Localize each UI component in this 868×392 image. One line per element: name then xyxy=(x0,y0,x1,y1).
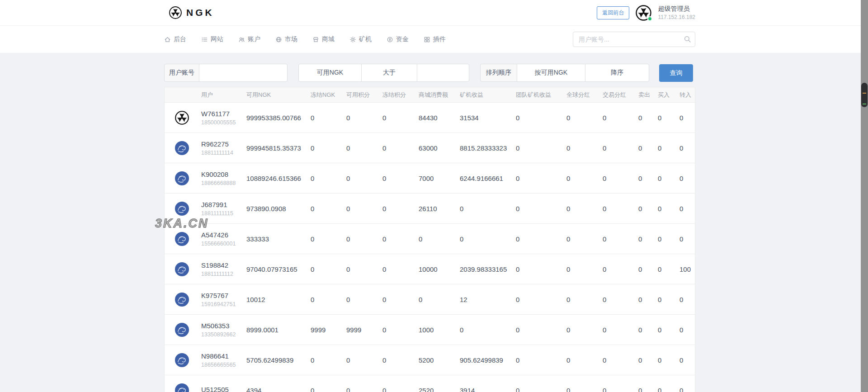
user-phone: 15916942751 xyxy=(201,301,245,307)
cell-global-dividend: 0 xyxy=(566,205,603,213)
cell-miner-income: 2039.98333165 xyxy=(460,265,516,273)
nav-item-funds[interactable]: 资金 xyxy=(387,35,409,43)
cell-ngk-available: 999953385.00766 xyxy=(246,114,311,122)
cell-buy: 0 xyxy=(658,175,679,182)
cell-buy: 0 xyxy=(658,114,679,122)
user-phone: 13350892662 xyxy=(201,331,245,338)
cell-points-frozen: 0 xyxy=(382,144,419,152)
cell-team-miner-income: 0 xyxy=(516,114,566,122)
cell-buy: 0 xyxy=(658,356,679,364)
cell-sell: 0 xyxy=(638,356,658,364)
nav-item-miners[interactable]: 矿机 xyxy=(349,35,372,43)
user-avatar xyxy=(165,262,201,277)
cell-points-available: 0 xyxy=(346,144,382,152)
cell-mall-spend: 63000 xyxy=(419,144,460,152)
user-phone: 18811111112 xyxy=(201,271,245,277)
cell-team-miner-income: 0 xyxy=(516,326,566,334)
account-filter-input[interactable] xyxy=(199,64,288,82)
content-area: 用户账号 可用NGK 大于 排列顺序 按可用NGK 降序 查询 用户可用NGK冻… xyxy=(0,53,868,392)
cell-trade-dividend: 0 xyxy=(603,356,638,364)
user-phone: 18866668888 xyxy=(201,180,245,186)
gear-icon xyxy=(349,36,356,43)
cell-global-dividend: 0 xyxy=(566,296,603,303)
user-search-input[interactable] xyxy=(573,32,695,47)
user-avatar xyxy=(165,110,201,125)
cell-team-miner-income: 0 xyxy=(516,235,566,243)
operator-select[interactable]: 大于 xyxy=(361,64,417,82)
ngk-logo-icon xyxy=(169,6,182,19)
cell-trade-dividend: 0 xyxy=(603,175,638,182)
cell-mall-spend: 1000 xyxy=(419,326,460,334)
cell-user: W76117718500005555 xyxy=(201,110,246,126)
online-status-dot xyxy=(647,16,652,21)
nav-item-plugins[interactable]: 插件 xyxy=(424,35,446,43)
scrollbar-mark-green xyxy=(863,104,866,104)
nav-item-dashboard[interactable]: 后台 xyxy=(164,35,186,43)
grid-icon xyxy=(424,36,430,43)
cell-ngk-available: 8999.0001 xyxy=(246,326,311,334)
cell-miner-income: 0 xyxy=(460,235,516,243)
cell-user: A54742615566660001 xyxy=(201,231,246,247)
scrollbar[interactable] xyxy=(861,0,868,392)
cell-points-available: 0 xyxy=(346,296,382,303)
cell-buy: 0 xyxy=(658,265,679,273)
nav-item-accounts[interactable]: 账户 xyxy=(238,35,260,43)
amount-filter-input[interactable] xyxy=(417,64,469,82)
table-row: K9757671591694275110012000012000000 xyxy=(165,284,695,315)
cell-transfer-in: 0 xyxy=(679,296,695,303)
scrollbar-thumb[interactable] xyxy=(861,83,868,107)
table-row: S1988421881111111297040.0797316500010000… xyxy=(165,254,695,284)
nav-item-label: 插件 xyxy=(433,35,446,43)
username: J687991 xyxy=(201,201,245,208)
cell-sell: 0 xyxy=(638,296,658,303)
cell-sell: 0 xyxy=(638,387,658,392)
cell-user: U512505 xyxy=(201,386,246,392)
user-avatar xyxy=(165,171,201,186)
user-avatar xyxy=(165,322,201,337)
list-icon xyxy=(201,36,208,43)
nav-item-market[interactable]: 市场 xyxy=(275,35,297,43)
sort-label: 排列顺序 xyxy=(480,64,517,82)
cell-ngk-available: 10012 xyxy=(246,296,311,303)
nav-items: 后台网站账户市场商城矿机资金插件 xyxy=(164,35,446,43)
cell-points-frozen: 0 xyxy=(382,235,419,243)
username: A547426 xyxy=(201,231,245,239)
cell-miner-income: 0 xyxy=(460,326,516,334)
username: U512505 xyxy=(201,386,245,392)
nav-item-mall[interactable]: 商城 xyxy=(312,35,335,43)
admin-avatar[interactable] xyxy=(635,5,652,21)
cell-ngk-frozen: 0 xyxy=(311,265,346,273)
brand-name: NGK xyxy=(186,7,214,18)
cell-user: K97576715916942751 xyxy=(201,292,246,307)
cell-buy: 0 xyxy=(658,235,679,243)
user-search xyxy=(573,32,695,47)
cell-sell: 0 xyxy=(638,114,658,122)
query-button[interactable]: 查询 xyxy=(659,64,693,82)
username: R962275 xyxy=(201,140,245,148)
nav-item-website[interactable]: 网站 xyxy=(201,35,223,43)
search-icon[interactable] xyxy=(684,35,691,43)
cell-buy: 0 xyxy=(658,296,679,303)
sort-field-select[interactable]: 按可用NGK xyxy=(517,64,585,82)
cell-global-dividend: 0 xyxy=(566,326,603,334)
cell-trade-dividend: 0 xyxy=(603,326,638,334)
table-body: W76117718500005555999953385.007660008443… xyxy=(165,103,695,392)
cell-points-frozen: 0 xyxy=(382,114,419,122)
back-to-front-button[interactable]: 返回前台 xyxy=(597,6,629,19)
field-select[interactable]: 可用NGK xyxy=(298,64,362,82)
cell-points-frozen: 0 xyxy=(382,296,419,303)
admin-name: 超级管理员 xyxy=(658,5,695,13)
sort-direction-select[interactable]: 降序 xyxy=(585,64,649,82)
cell-points-frozen: 0 xyxy=(382,326,419,334)
cell-team-miner-income: 0 xyxy=(516,387,566,392)
cell-miner-income: 31534 xyxy=(460,114,516,122)
col-header-miner-income: 矿机收益 xyxy=(460,91,516,99)
cell-transfer-in: 100 xyxy=(679,265,695,273)
cell-mall-spend: 5200 xyxy=(419,356,460,364)
cell-points-available: 9999 xyxy=(346,326,382,334)
cell-trade-dividend: 0 xyxy=(603,265,638,273)
cell-buy: 0 xyxy=(658,205,679,213)
user-avatar xyxy=(165,383,201,392)
cell-mall-spend: 2520 xyxy=(419,387,460,392)
account-filter-label: 用户账号 xyxy=(164,64,199,82)
